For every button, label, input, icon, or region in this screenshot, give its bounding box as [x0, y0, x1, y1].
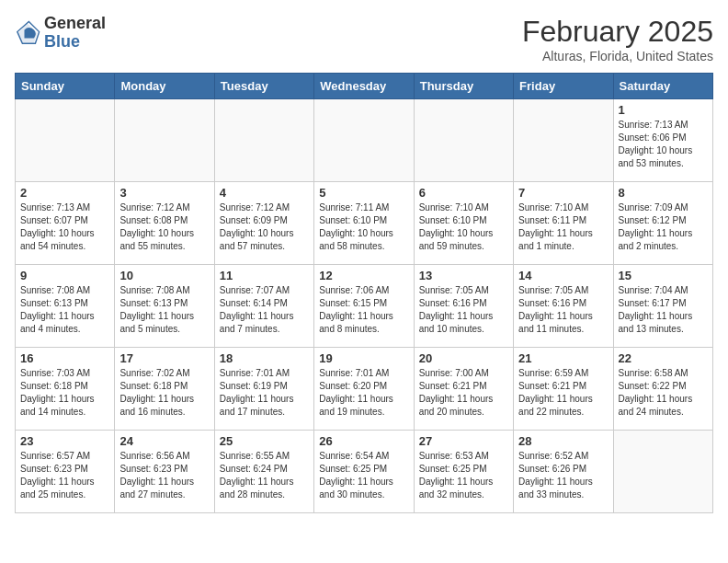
- calendar-cell: 19Sunrise: 7:01 AMSunset: 6:20 PMDayligh…: [314, 348, 414, 431]
- calendar-week-row: 9Sunrise: 7:08 AMSunset: 6:13 PMDaylight…: [16, 265, 713, 348]
- day-number: 20: [419, 351, 508, 365]
- weekday-header-thursday: Thursday: [414, 74, 513, 99]
- calendar-cell: [514, 99, 613, 182]
- month-title: February 2025: [522, 15, 713, 49]
- day-info: Sunrise: 7:11 AMSunset: 6:10 PMDaylight:…: [319, 201, 408, 253]
- calendar-cell: 13Sunrise: 7:05 AMSunset: 6:16 PMDayligh…: [414, 265, 513, 348]
- weekday-header-monday: Monday: [115, 74, 214, 99]
- day-info: Sunrise: 7:05 AMSunset: 6:16 PMDaylight:…: [518, 284, 608, 336]
- logo-general: General: [44, 15, 106, 33]
- day-number: 1: [619, 103, 708, 117]
- weekday-header-wednesday: Wednesday: [314, 74, 414, 99]
- calendar-cell: 16Sunrise: 7:03 AMSunset: 6:18 PMDayligh…: [16, 348, 115, 431]
- day-info: Sunrise: 6:58 AMSunset: 6:22 PMDaylight:…: [619, 367, 708, 419]
- calendar-cell: 22Sunrise: 6:58 AMSunset: 6:22 PMDayligh…: [613, 348, 712, 431]
- day-number: 19: [319, 351, 408, 365]
- day-info: Sunrise: 6:59 AMSunset: 6:21 PMDaylight:…: [518, 367, 608, 419]
- logo-blue: Blue: [44, 33, 106, 52]
- day-number: 18: [220, 351, 309, 365]
- weekday-header-sunday: Sunday: [16, 74, 115, 99]
- day-info: Sunrise: 6:56 AMSunset: 6:23 PMDaylight:…: [119, 450, 209, 501]
- day-number: 17: [119, 351, 209, 365]
- day-info: Sunrise: 7:13 AMSunset: 6:06 PMDaylight:…: [619, 119, 708, 170]
- day-number: 12: [319, 269, 408, 282]
- day-number: 9: [20, 269, 109, 282]
- day-number: 21: [518, 351, 608, 365]
- day-info: Sunrise: 7:08 AMSunset: 6:13 PMDaylight:…: [20, 284, 109, 336]
- calendar-cell: 7Sunrise: 7:10 AMSunset: 6:11 PMDaylight…: [514, 182, 613, 265]
- day-info: Sunrise: 7:13 AMSunset: 6:07 PMDaylight:…: [20, 201, 109, 253]
- calendar-cell: 6Sunrise: 7:10 AMSunset: 6:10 PMDaylight…: [414, 182, 513, 265]
- calendar-cell: 11Sunrise: 7:07 AMSunset: 6:14 PMDayligh…: [214, 265, 313, 348]
- calendar-week-row: 16Sunrise: 7:03 AMSunset: 6:18 PMDayligh…: [16, 348, 713, 431]
- day-number: 27: [419, 434, 508, 448]
- day-info: Sunrise: 7:10 AMSunset: 6:11 PMDaylight:…: [518, 201, 608, 253]
- calendar-cell: 23Sunrise: 6:57 AMSunset: 6:23 PMDayligh…: [16, 431, 115, 513]
- title-section: February 2025 Alturas, Florida, United S…: [522, 15, 713, 63]
- day-number: 22: [619, 351, 708, 365]
- calendar-cell: [16, 99, 115, 182]
- calendar-cell: 5Sunrise: 7:11 AMSunset: 6:10 PMDaylight…: [314, 182, 414, 265]
- calendar-cell: 2Sunrise: 7:13 AMSunset: 6:07 PMDaylight…: [16, 182, 115, 265]
- calendar-cell: 20Sunrise: 7:00 AMSunset: 6:21 PMDayligh…: [414, 348, 513, 431]
- calendar-cell: 24Sunrise: 6:56 AMSunset: 6:23 PMDayligh…: [115, 431, 214, 513]
- day-number: 3: [119, 186, 209, 200]
- day-number: 7: [518, 186, 608, 200]
- day-number: 10: [119, 269, 209, 282]
- day-info: Sunrise: 7:05 AMSunset: 6:16 PMDaylight:…: [419, 284, 508, 336]
- day-info: Sunrise: 7:09 AMSunset: 6:12 PMDaylight:…: [619, 201, 708, 253]
- calendar-week-row: 2Sunrise: 7:13 AMSunset: 6:07 PMDaylight…: [16, 182, 713, 265]
- calendar-cell: 18Sunrise: 7:01 AMSunset: 6:19 PMDayligh…: [214, 348, 313, 431]
- weekday-header-friday: Friday: [514, 74, 613, 99]
- day-number: 5: [319, 186, 408, 200]
- calendar-week-row: 23Sunrise: 6:57 AMSunset: 6:23 PMDayligh…: [16, 431, 713, 513]
- calendar-cell: 3Sunrise: 7:12 AMSunset: 6:08 PMDaylight…: [115, 182, 214, 265]
- calendar-cell: 9Sunrise: 7:08 AMSunset: 6:13 PMDaylight…: [16, 265, 115, 348]
- calendar-cell: 4Sunrise: 7:12 AMSunset: 6:09 PMDaylight…: [214, 182, 313, 265]
- weekday-header-row: SundayMondayTuesdayWednesdayThursdayFrid…: [16, 74, 713, 99]
- page-header: General Blue February 2025 Alturas, Flor…: [15, 15, 713, 63]
- calendar-cell: 25Sunrise: 6:55 AMSunset: 6:24 PMDayligh…: [214, 431, 313, 513]
- day-info: Sunrise: 7:07 AMSunset: 6:14 PMDaylight:…: [220, 284, 309, 336]
- day-number: 14: [518, 269, 608, 282]
- calendar-cell: [414, 99, 513, 182]
- calendar-cell: 26Sunrise: 6:54 AMSunset: 6:25 PMDayligh…: [314, 431, 414, 513]
- day-number: 23: [20, 434, 109, 448]
- day-info: Sunrise: 7:03 AMSunset: 6:18 PMDaylight:…: [20, 367, 109, 419]
- calendar-cell: [214, 99, 313, 182]
- day-info: Sunrise: 6:54 AMSunset: 6:25 PMDaylight:…: [319, 450, 408, 501]
- calendar-week-row: 1Sunrise: 7:13 AMSunset: 6:06 PMDaylight…: [16, 99, 713, 182]
- calendar-cell: 17Sunrise: 7:02 AMSunset: 6:18 PMDayligh…: [115, 348, 214, 431]
- calendar-table: SundayMondayTuesdayWednesdayThursdayFrid…: [15, 73, 713, 513]
- logo-text: General Blue: [44, 15, 106, 52]
- day-number: 13: [419, 269, 508, 282]
- day-number: 28: [518, 434, 608, 448]
- day-info: Sunrise: 6:52 AMSunset: 6:26 PMDaylight:…: [518, 450, 608, 501]
- day-info: Sunrise: 7:12 AMSunset: 6:09 PMDaylight:…: [220, 201, 309, 253]
- day-number: 16: [20, 351, 109, 365]
- weekday-header-tuesday: Tuesday: [214, 74, 313, 99]
- calendar-cell: 10Sunrise: 7:08 AMSunset: 6:13 PMDayligh…: [115, 265, 214, 348]
- day-info: Sunrise: 6:55 AMSunset: 6:24 PMDaylight:…: [220, 450, 309, 501]
- day-info: Sunrise: 7:06 AMSunset: 6:15 PMDaylight:…: [319, 284, 408, 336]
- calendar-cell: 28Sunrise: 6:52 AMSunset: 6:26 PMDayligh…: [514, 431, 613, 513]
- calendar-cell: 12Sunrise: 7:06 AMSunset: 6:15 PMDayligh…: [314, 265, 414, 348]
- calendar-cell: 14Sunrise: 7:05 AMSunset: 6:16 PMDayligh…: [514, 265, 613, 348]
- calendar-cell: [115, 99, 214, 182]
- calendar-cell: 27Sunrise: 6:53 AMSunset: 6:25 PMDayligh…: [414, 431, 513, 513]
- day-info: Sunrise: 7:01 AMSunset: 6:19 PMDaylight:…: [220, 367, 309, 419]
- day-info: Sunrise: 7:08 AMSunset: 6:13 PMDaylight:…: [119, 284, 209, 336]
- day-number: 25: [220, 434, 309, 448]
- day-info: Sunrise: 7:00 AMSunset: 6:21 PMDaylight:…: [419, 367, 508, 419]
- day-number: 11: [220, 269, 309, 282]
- day-number: 2: [20, 186, 109, 200]
- calendar-cell: 8Sunrise: 7:09 AMSunset: 6:12 PMDaylight…: [613, 182, 712, 265]
- day-info: Sunrise: 6:53 AMSunset: 6:25 PMDaylight:…: [419, 450, 508, 501]
- calendar-cell: [314, 99, 414, 182]
- day-info: Sunrise: 7:01 AMSunset: 6:20 PMDaylight:…: [319, 367, 408, 419]
- day-number: 6: [419, 186, 508, 200]
- day-info: Sunrise: 7:02 AMSunset: 6:18 PMDaylight:…: [119, 367, 209, 419]
- day-info: Sunrise: 7:04 AMSunset: 6:17 PMDaylight:…: [619, 284, 708, 336]
- location: Alturas, Florida, United States: [522, 49, 713, 63]
- logo: General Blue: [15, 15, 106, 52]
